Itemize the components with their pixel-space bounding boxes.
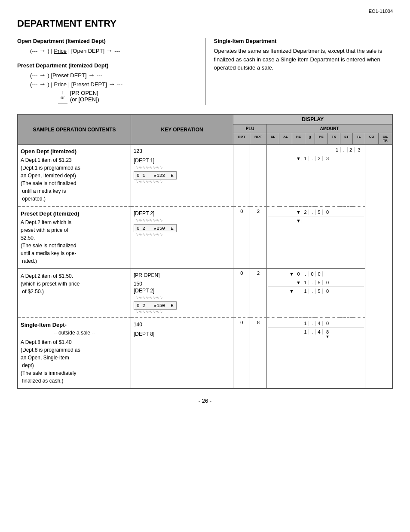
rpt-header: RPT [250, 133, 267, 145]
amount-header: AMOUNT [267, 125, 392, 133]
col-sample-header: SAMPLE OPERATION CONTENTS [18, 114, 131, 145]
receipt-1: 0 1 ★123 E [134, 171, 177, 179]
status-tl: TL [353, 133, 365, 145]
single-item-desc: Operates the same as Itemized Department… [214, 47, 393, 72]
status-al: AL [279, 133, 292, 145]
single-rpt: 8 [250, 318, 267, 389]
main-table: SAMPLE OPERATION CONTENTS KEY OPERATION … [17, 114, 393, 389]
status-ps: PS [315, 133, 328, 145]
page-title: DEPARTMENT ENTRY [17, 18, 393, 29]
preset-dept-content: Preset Dept (Itemized) A Dept.2 item whi… [18, 207, 131, 269]
preset-display: ▼ 2 . 5 0 ▼ [267, 207, 365, 269]
open-dept-content: Open Dept (Itemized) A Dept.1 item of $1… [18, 145, 131, 207]
receipt-2: 0 2 ★250 E [134, 224, 177, 232]
header-row-1: SAMPLE OPERATION CONTENTS KEY OPERATION … [18, 114, 392, 125]
receipt-3: 0 2 ★150 E [134, 301, 177, 310]
right-column: Single-Item Department Operates the same… [205, 38, 393, 105]
status-tx: TX [327, 133, 340, 145]
single-item-key: 140 [DEPT 8] [131, 318, 233, 389]
status-co: CO [365, 133, 378, 145]
open-dpt-1 [233, 145, 250, 207]
single-item-content: Single-Item Dept- -- outside a sale -- A… [18, 318, 131, 389]
preset2-display: ▼ 0 . 0 0 ▼ 1 . 5 0 [267, 269, 365, 318]
single-item-title: Single-Item Department [214, 38, 393, 44]
open-label: (or [OPEN]) [70, 96, 99, 103]
status-st: ST [340, 133, 352, 145]
single-display: 1 . 4 0 1 . 4 8▼ [267, 318, 365, 389]
page-number: - 26 - [17, 398, 393, 404]
col-key-header: KEY OPERATION [131, 114, 233, 145]
preset-formula-2: (--- → ) | Price | [Preset DEPT] → --- [30, 80, 196, 88]
preset-dpt-1: 0 [233, 207, 250, 269]
preset2-rpt: 2 [250, 269, 267, 318]
preset-dept-key: [DEPT 2] ∿∿∿∿∿∿∿∿ 0 2 ★250 E ∿∿∿∿∿∿∿∿ [131, 207, 233, 269]
page-ref: EO1-11004 [17, 9, 393, 14]
preset-dept-title: Preset Department (Itemized Dept) [17, 62, 196, 69]
preset-rpt-1: 2 [250, 207, 267, 269]
preset-dept-row: Preset Dept (Itemized) A Dept.2 item whi… [18, 207, 392, 269]
single-item-row: Single-Item Dept- -- outside a sale -- A… [18, 318, 392, 389]
preset2-dpt: 0 [233, 269, 250, 318]
top-section: Open Department (Itemized Dept) (--- → )… [17, 38, 393, 105]
dpt-header: DPT [233, 133, 250, 145]
preset-dept-content-2: A Dept.2 item of $1.50. (which is preset… [18, 269, 131, 318]
plu-header: PLU [233, 125, 267, 133]
open-dept-row: Open Dept (Itemized) A Dept.1 item of $1… [18, 145, 392, 207]
left-column: Open Department (Itemized Dept) (--- → )… [17, 38, 205, 105]
status-par: () [305, 133, 315, 145]
open-dept-title: Open Department (Itemized Dept) [17, 38, 196, 44]
status-re: RE [292, 133, 305, 145]
status-sl: SL [267, 133, 279, 145]
or-block: ↑ or —— [PR OPEN] (or [OPEN]) [58, 90, 196, 105]
preset-dept-key-2: [PR OPEN] 150 [DEPT 2] ∿∿∿∿∿∿∿∿ 0 2 ★150… [131, 269, 233, 318]
open-display: 1 . 2 3 ▼ 1 . 2 3 [267, 145, 365, 207]
display-header: DISPLAY [233, 114, 392, 125]
open-dept-formula: (--- → ) | Price | [Open DEPT] → --- [17, 47, 196, 55]
status-tr: SIL TR [379, 133, 393, 145]
pr-open-label: [PR OPEN] [70, 90, 99, 96]
single-dpt: 0 [233, 318, 250, 389]
open-dept-key: 123 [DEPT 1] ∿∿∿∿∿∿∿∿ 0 1 ★123 E ∿∿∿∿∿∿∿… [131, 145, 233, 207]
preset-dept-row-2: A Dept.2 item of $1.50. (which is preset… [18, 269, 392, 318]
open-rpt-1 [250, 145, 267, 207]
preset-formula-1: (--- → ) [Preset DEPT] → --- [30, 71, 196, 79]
